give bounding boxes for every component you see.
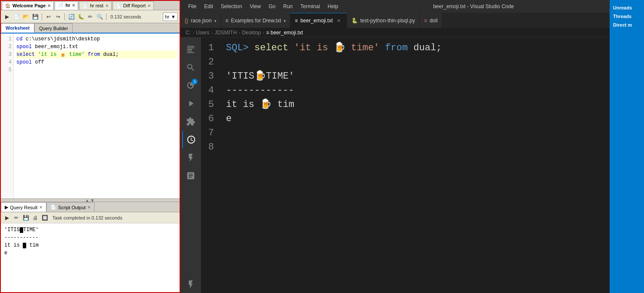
sidebar-threads[interactable]: Threads	[611, 12, 642, 21]
menu-view[interactable]: View	[246, 2, 264, 11]
vscode-tab-python[interactable]: 🐍 test-python-thin-plsql.py	[347, 13, 420, 28]
right-sidebar: Unreads Threads Direct m	[610, 0, 644, 293]
diff-icon: 📄	[116, 3, 122, 9]
activity-explorer[interactable]	[182, 41, 199, 58]
tab-welcome[interactable]: 🏠 Welcome Page ✕	[2, 1, 54, 10]
tab-hr[interactable]: 📄 hr ✕	[55, 1, 78, 10]
activity-search[interactable]	[182, 59, 199, 76]
vscode-tab-examples-label: Examples for Drew.txt	[231, 18, 281, 24]
vscode-tab-race[interactable]: {} race.json ●	[180, 13, 221, 28]
activity-extensions[interactable]	[182, 113, 199, 130]
vscode-editor-area: 3 1	[180, 37, 610, 293]
menu-file[interactable]: File	[185, 2, 200, 11]
code-line-4: spool off	[16, 58, 177, 66]
breadcrumb-users[interactable]: Users	[196, 30, 209, 36]
tab-query-builder[interactable]: Query Builder	[34, 23, 73, 33]
activity-timeline[interactable]	[182, 131, 199, 148]
tab-script-output[interactable]: 📄 Script Output ✕	[46, 202, 95, 212]
script-output-close[interactable]: ✕	[87, 205, 91, 210]
run-btn[interactable]: ▶	[3, 12, 11, 21]
tab-diff-close[interactable]: ✕	[147, 3, 151, 8]
breadcrumb-c[interactable]: C:	[186, 30, 191, 36]
result-run-btn[interactable]: ▶	[3, 214, 11, 222]
redo-btn[interactable]: ↪	[54, 12, 62, 21]
menu-edit[interactable]: Edit	[201, 2, 217, 11]
activity-run[interactable]	[182, 95, 199, 112]
debug-btn[interactable]: 🐛	[76, 12, 85, 21]
vscode-lines[interactable]: SQL> select 'it is 🍺 time' from dual; 'I…	[223, 41, 610, 290]
sidebar-unreads[interactable]: Unreads	[611, 3, 642, 12]
script-output-icon: 📄	[50, 204, 56, 210]
vscode-tab-beer-close[interactable]: ✕	[336, 17, 342, 24]
tab-bar: 🏠 Welcome Page ✕ 📄 hr ✕ 📄 hr rest ✕ 📄 Di…	[1, 1, 180, 10]
vscode-title: beer_emoji.txt - Visual Studio Code	[433, 3, 514, 9]
code-line-3: select 'it is 🍺 time' from dual;	[16, 51, 177, 58]
tab-hr-label: hr	[65, 3, 70, 8]
sep1	[42, 13, 42, 20]
breadcrumb-desktop[interactable]: Desktop	[242, 30, 261, 36]
new-btn[interactable]: 📄	[12, 12, 21, 21]
vscode-tab-doll[interactable]: ≡ doll	[420, 13, 443, 28]
code-line-2: spool beer_emoji.txt	[16, 43, 177, 51]
activity-remote[interactable]	[182, 167, 199, 184]
tab-diff-report[interactable]: 📄 Diff Report ✕	[113, 1, 154, 10]
vscode-line-2	[226, 55, 606, 69]
tab-hr-rest[interactable]: 📄 hr rest ✕	[79, 1, 111, 10]
breadcrumb-file[interactable]: ≡ beer_emoji.txt	[266, 30, 303, 36]
menu-terminal[interactable]: Terminal	[297, 2, 323, 11]
vscode-line-6: e	[226, 112, 606, 126]
tab-welcome-label: Welcome Page	[12, 3, 46, 8]
menu-selection[interactable]: Selection	[217, 2, 245, 11]
result-print-btn[interactable]: 🖨	[31, 214, 40, 222]
vscode-tab-python-label: test-python-thin-plsql.py	[360, 18, 415, 24]
vscode-code-area[interactable]: 1 2 3 4 5 6 7 8 SQL> select 'it is 🍺 tim…	[201, 37, 610, 293]
doll-icon: ≡	[424, 18, 427, 24]
code-line-5	[16, 66, 177, 74]
script-output-label: Script Output	[58, 205, 85, 210]
menu-go[interactable]: Go	[265, 2, 279, 11]
search-btn[interactable]: 🔍	[95, 12, 104, 21]
result-save-btn[interactable]: 💾	[21, 214, 30, 222]
activity-test[interactable]	[182, 149, 199, 166]
result-line-2: -----------	[4, 234, 176, 241]
tab-worksheet[interactable]: Worksheet	[1, 23, 34, 33]
result-filter-btn[interactable]: 🔲	[40, 214, 49, 222]
execution-time: 0.132 seconds	[110, 14, 141, 19]
activity-lightning[interactable]	[182, 276, 199, 293]
race-icon: {}	[185, 18, 188, 24]
query-result-close[interactable]: ✕	[39, 205, 43, 210]
undo-btn[interactable]: ↩	[44, 12, 53, 21]
vscode-code-content[interactable]: 1 2 3 4 5 6 7 8 SQL> select 'it is 🍺 tim…	[201, 37, 610, 293]
tab-hr-close[interactable]: ✕	[72, 3, 75, 8]
format-btn[interactable]: ✏	[86, 12, 95, 21]
hr-rest-icon: 📄	[82, 3, 88, 9]
vscode-tab-examples[interactable]: ≡ Examples for Drew.txt ●	[221, 13, 291, 28]
editor-area[interactable]: 1 2 3 4 5 cd c:\users\jdsmith\desktop sp…	[1, 34, 180, 198]
connection-name: hr	[165, 14, 169, 19]
connection-dropdown[interactable]: hr ▼	[163, 12, 178, 21]
vscode-line-3: 'ITIS🍺TIME'	[226, 69, 606, 83]
sidebar-direct[interactable]: Direct m	[611, 21, 642, 29]
code-content[interactable]: cd c:\users\jdsmith\desktop spool beer_e…	[14, 34, 180, 198]
tab-welcome-close[interactable]: ✕	[47, 3, 51, 8]
save-btn[interactable]: 💾	[31, 12, 40, 21]
tab-hr-rest-close[interactable]: ✕	[105, 3, 109, 8]
menu-help[interactable]: Help	[324, 2, 342, 11]
menu-run[interactable]: Run	[280, 2, 296, 11]
vscode-line-4: ------------	[226, 83, 606, 98]
activity-git[interactable]: 3	[182, 77, 199, 94]
vscode-line-7	[226, 126, 606, 140]
result-pencil-btn[interactable]: ✏	[12, 214, 21, 222]
tab-hr-rest-label: hr rest	[90, 3, 103, 8]
breadcrumb-jdsmith[interactable]: JDSMITH	[214, 30, 237, 36]
code-editor[interactable]: 1 2 3 4 5 cd c:\users\jdsmith\desktop sp…	[1, 34, 180, 198]
vscode-tab-beer-label: beer_emoji.txt	[300, 18, 333, 24]
panel-splitter[interactable]: ▲▼	[1, 198, 180, 202]
open-btn[interactable]: 📂	[21, 12, 30, 21]
query-result-icon: ▶	[5, 204, 8, 210]
refresh-btn[interactable]: 🔄	[67, 12, 76, 21]
tab-query-result[interactable]: ▶ Query Result ✕	[1, 202, 46, 212]
result-line-1: 'ITISTIME'	[4, 226, 176, 234]
vscode-tab-beer[interactable]: ≡ beer_emoji.txt ✕	[290, 13, 347, 28]
line-num-2: 2	[1, 43, 13, 51]
